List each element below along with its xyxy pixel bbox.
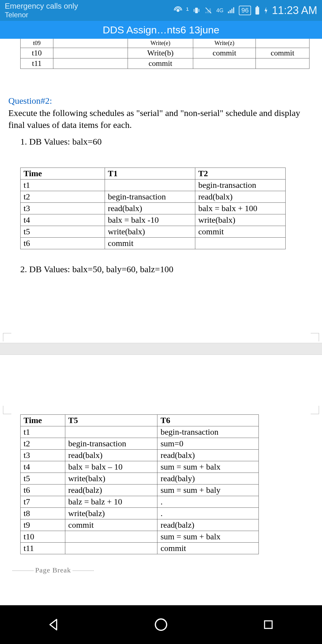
table-row: t10 Write(b) commit commit (21, 48, 309, 58)
document-viewport[interactable]: t09 Write(e) Write(z) t10 Write(b) commi… (0, 39, 322, 644)
question-item-2: 2. DB Values: balx=50, baly=60, balz=100 (20, 264, 314, 274)
cell: Write(z) (193, 39, 256, 48)
battery-level: 96 (239, 6, 251, 15)
cell (256, 39, 309, 48)
cell (105, 179, 195, 191)
charging-icon (264, 6, 268, 15)
svg-rect-4 (256, 7, 259, 15)
page-corner-icon (311, 333, 319, 341)
table-row: t10sum = sum + balx (21, 531, 259, 542)
no-signal-icon (204, 6, 213, 15)
nav-back-button[interactable] (45, 616, 63, 634)
cell (53, 39, 128, 48)
table-row: t7balz = balz + 10. (21, 496, 259, 507)
header-t2: T2 (195, 168, 285, 179)
table-header-row: Time T5 T6 (21, 414, 259, 426)
cell: t10 (21, 531, 65, 542)
cell: read(balz) (157, 519, 259, 531)
cell: read(baly) (157, 473, 259, 484)
cell (65, 531, 157, 542)
cell (65, 426, 157, 438)
cell: balz = balz + 10 (65, 496, 157, 507)
cell: . (157, 496, 259, 507)
question-body: Execute the following schedules as "seri… (8, 107, 314, 131)
svg-rect-2 (194, 9, 194, 12)
header-t1: T1 (105, 168, 195, 179)
svg-point-6 (155, 619, 167, 630)
page-corner-icon (3, 333, 11, 341)
cell: commit (193, 48, 256, 58)
signal-icon (227, 6, 235, 15)
schedule-table-2: Time T5 T6 t1begin-transaction t2begin-t… (20, 414, 259, 554)
cell (193, 58, 256, 69)
cell: read(balx) (157, 449, 259, 461)
table-row: t6commit (21, 237, 286, 249)
cell: commit (256, 48, 309, 58)
cell: t1 (21, 179, 105, 191)
cell: t4 (21, 461, 65, 473)
table-row: t4balx = balx – 10sum = sum + balx (21, 461, 259, 473)
cell: t7 (21, 496, 65, 507)
table-row: t11commit (21, 542, 259, 554)
table-row: t3read(balx)balx = balx + 100 (21, 202, 286, 214)
table-row: t8write(balz). (21, 507, 259, 519)
header-time: Time (21, 168, 105, 179)
header-t5: T5 (65, 414, 157, 426)
cell: read(balx) (105, 202, 195, 214)
schedule-table-1: Time T1 T2 t1begin-transaction t2begin-t… (20, 168, 286, 249)
status-right: ¹ 4G 96 11:23 AM (174, 4, 317, 17)
table-row: t2begin-transactionread(balx) (21, 191, 286, 202)
table-row: t6read(balz)sum = sum + baly (21, 484, 259, 496)
cell: balx = balx + 100 (195, 202, 285, 214)
cell: t1 (21, 426, 65, 438)
vibrate-icon (192, 6, 201, 15)
page-corner-icon (311, 406, 319, 414)
cell: read(balx) (195, 191, 285, 202)
cell (53, 58, 128, 69)
table-row: t5write(balx)commit (21, 226, 286, 237)
cell: sum=0 (157, 438, 259, 449)
cell: commit (128, 58, 193, 69)
cell: t2 (21, 191, 105, 202)
cell: Write(e) (128, 39, 193, 48)
partial-schedule-table: t09 Write(e) Write(z) t10 Write(b) commi… (20, 39, 309, 69)
table-row: t1begin-transaction (21, 179, 286, 191)
header-t6: T6 (157, 414, 259, 426)
table-header-row: Time T1 T2 (21, 168, 286, 179)
nav-recent-button[interactable] (259, 616, 277, 634)
svg-rect-3 (199, 9, 199, 12)
status-bar: Emergency calls only Telenor ¹ 4G 96 (0, 0, 322, 21)
cell: t3 (21, 202, 105, 214)
cell: Write(b) (128, 48, 193, 58)
nav-home-button[interactable] (152, 616, 170, 634)
page-break-label: Page Break (11, 566, 314, 574)
cell: t6 (21, 237, 105, 249)
cell (65, 542, 157, 554)
cell: t11 (21, 542, 65, 554)
table-row: t5write(balx)read(baly) (21, 473, 259, 484)
cell: t5 (21, 473, 65, 484)
cell (53, 48, 128, 58)
page-corner-icon (3, 406, 11, 414)
cell: balx = balx -10 (105, 214, 195, 226)
cell: commit (195, 226, 285, 237)
cell: commit (105, 237, 195, 249)
table-row: t09 Write(e) Write(z) (21, 39, 309, 48)
cell: begin-transaction (195, 179, 285, 191)
svg-rect-7 (264, 621, 272, 628)
status-time: 11:23 AM (272, 4, 317, 17)
table-row: t11 commit (21, 58, 309, 69)
cell: t11 (21, 58, 53, 69)
cell: begin-transaction (157, 426, 259, 438)
table-row: t4balx = balx -10write(balx) (21, 214, 286, 226)
battery-icon (255, 6, 260, 15)
document-title: DDS Assign…nts6 13june (103, 24, 219, 36)
app-title-bar: DDS Assign…nts6 13june (0, 21, 322, 39)
cell: t9 (21, 519, 65, 531)
page-gap (0, 343, 322, 355)
sim-badge: ¹ (186, 6, 189, 15)
status-left: Emergency calls only Telenor (5, 1, 78, 19)
cell (256, 58, 309, 69)
hotspot-icon (174, 6, 182, 15)
cell: balx = balx – 10 (65, 461, 157, 473)
